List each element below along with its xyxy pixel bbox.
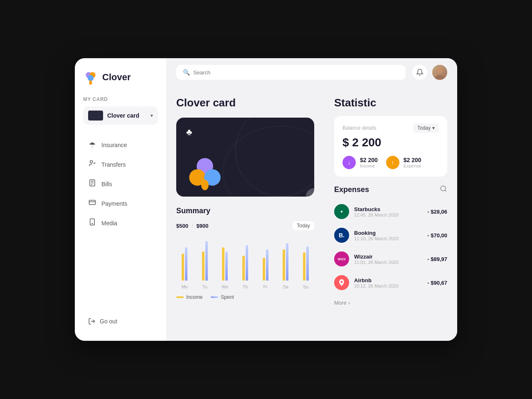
bar-income-we bbox=[222, 247, 224, 281]
svg-point-4 bbox=[90, 160, 93, 163]
wizzair-amount: - $89,97 bbox=[427, 256, 447, 262]
main-content: 🔍 bbox=[166, 58, 457, 341]
bar-spent-su bbox=[306, 246, 309, 281]
amount2: $900 bbox=[197, 223, 209, 229]
legend-spent-label: Spent bbox=[221, 294, 234, 300]
card-flower-decoration bbox=[186, 155, 224, 192]
expense-starbucks[interactable]: ★ Starbucks 12:45, 26 March 2020 - $28,0… bbox=[334, 200, 447, 224]
statistic-title: Statistic bbox=[334, 96, 447, 109]
day-label-mo: Mo bbox=[182, 284, 188, 289]
more-link[interactable]: More › bbox=[334, 300, 447, 306]
sidebar-item-media-label: Media bbox=[101, 220, 117, 227]
starbucks-date: 12:45, 26 March 2020 bbox=[354, 212, 422, 217]
sidebar-item-payments[interactable]: Payments bbox=[83, 195, 158, 212]
chart-legend: Income Spent bbox=[176, 294, 314, 300]
svg-point-12 bbox=[92, 223, 93, 224]
search-box[interactable]: 🔍 bbox=[176, 65, 406, 80]
credit-card: ♣ bbox=[176, 118, 314, 197]
amount1: $500 bbox=[176, 223, 188, 229]
avatar[interactable] bbox=[432, 65, 447, 80]
day-label-fr: Fr bbox=[263, 284, 267, 289]
sidebar-item-media[interactable]: Media bbox=[83, 214, 158, 232]
income-balance-item: ↓ $2 200 Income bbox=[342, 156, 378, 169]
bar-income-sa bbox=[283, 249, 285, 281]
booking-logo: B. bbox=[334, 228, 349, 243]
go-out-icon bbox=[88, 318, 96, 325]
logo-text: Clover bbox=[102, 72, 131, 83]
airbnb-date: 10:12, 26 March 2020 bbox=[354, 283, 422, 288]
payments-icon bbox=[88, 199, 96, 208]
expense-airbnb[interactable]: Airbnb 10:12, 26 March 2020 - $90,67 bbox=[334, 271, 447, 295]
bar-spent-mo bbox=[185, 247, 187, 281]
chart-day-su: Su bbox=[297, 235, 314, 289]
sidebar-item-transfers[interactable]: Transfers bbox=[83, 155, 158, 173]
svg-point-20 bbox=[441, 186, 446, 191]
income-amount: $2 200 bbox=[360, 157, 378, 163]
legend-spent-dot bbox=[211, 296, 218, 298]
my-card-label: My Card bbox=[83, 96, 158, 102]
bar-income-tu bbox=[202, 251, 204, 281]
sidebar-item-transfers-label: Transfers bbox=[101, 161, 126, 168]
booking-info: Booking 11:10, 26 March 2020 bbox=[354, 230, 422, 241]
bar-spent-sa bbox=[286, 243, 288, 281]
income-icon: ↓ bbox=[342, 156, 356, 169]
bar-income-mo bbox=[182, 254, 184, 281]
chart-day-sa: Sa bbox=[277, 235, 294, 289]
sidebar-item-insurance-label: Insurance bbox=[101, 142, 127, 148]
wizzair-logo: WIZZ bbox=[334, 251, 349, 266]
chart-day-fr: Fr bbox=[257, 235, 274, 289]
period-select[interactable]: Today bbox=[293, 221, 314, 230]
balance-label: Balance details bbox=[342, 125, 376, 131]
sidebar-item-insurance[interactable]: ☂ Insurance bbox=[83, 136, 158, 154]
balance-row: ↓ $2 200 Income ↑ $2 200 Expense bbox=[342, 156, 439, 169]
logo-area: Clover bbox=[83, 70, 158, 85]
starbucks-amount: - $28,06 bbox=[427, 209, 447, 215]
expense-booking[interactable]: B. Booking 11:10, 26 March 2020 - $70,00 bbox=[334, 224, 447, 247]
expense-icon: ↑ bbox=[386, 156, 399, 169]
svg-line-21 bbox=[445, 190, 446, 191]
sidebar: Clover My Card Clover card ▾ ☂ Insurance… bbox=[75, 58, 166, 341]
search-icon: 🔍 bbox=[183, 69, 190, 76]
wizzair-name: Wizzair bbox=[354, 254, 422, 260]
today-btn-label: Today bbox=[417, 125, 431, 131]
notifications-button[interactable] bbox=[412, 65, 427, 80]
svg-text:★: ★ bbox=[340, 209, 343, 214]
top-bar: 🔍 bbox=[166, 58, 457, 86]
chart-area: Mo Tu We bbox=[176, 235, 314, 289]
expenses-search-icon[interactable] bbox=[440, 185, 447, 194]
balance-amount: $ 2 200 bbox=[342, 136, 439, 149]
go-out-button[interactable]: Go out bbox=[83, 313, 158, 329]
day-label-sa: Sa bbox=[283, 284, 288, 289]
card-selector[interactable]: Clover card ▾ bbox=[83, 106, 158, 125]
chevron-down-icon: ▾ bbox=[150, 113, 153, 118]
expense-wizzair[interactable]: WIZZ Wizzair 11:01, 26 March 2020 - $89,… bbox=[334, 247, 447, 271]
chart-day-tu: Tu bbox=[197, 235, 214, 289]
starbucks-logo: ★ bbox=[334, 204, 349, 219]
chart-day-we: We bbox=[217, 235, 234, 289]
bar-spent-we bbox=[225, 251, 228, 281]
bar-income-su bbox=[303, 252, 305, 281]
chart-day-mo: Mo bbox=[176, 235, 193, 289]
wizzair-date: 11:01, 26 March 2020 bbox=[354, 260, 422, 265]
balance-header: Balance details Today ▾ bbox=[342, 123, 439, 133]
sidebar-item-bills[interactable]: Bills bbox=[83, 175, 158, 193]
card-clover-symbol: ♣ bbox=[186, 127, 304, 138]
expense-balance-item: ↑ $2 200 Expense bbox=[386, 156, 421, 169]
go-out-label: Go out bbox=[100, 318, 117, 325]
svg-point-14 bbox=[437, 67, 443, 73]
today-button[interactable]: Today ▾ bbox=[413, 123, 439, 133]
expense-label: Expense bbox=[404, 163, 421, 168]
media-icon bbox=[88, 218, 96, 228]
day-label-th: Th bbox=[243, 284, 248, 289]
booking-date: 11:10, 26 March 2020 bbox=[354, 236, 422, 241]
today-chevron-icon: ▾ bbox=[432, 125, 435, 131]
avatar-image bbox=[432, 65, 447, 80]
svg-rect-9 bbox=[89, 200, 96, 205]
wizzair-info: Wizzair 11:01, 26 March 2020 bbox=[354, 254, 422, 265]
search-input[interactable] bbox=[193, 69, 399, 76]
chart-day-th: Th bbox=[237, 235, 254, 289]
transfers-icon bbox=[88, 160, 96, 169]
income-label: Income bbox=[360, 163, 378, 168]
balance-card: Balance details Today ▾ $ 2 200 ↓ $2 200 bbox=[334, 116, 447, 177]
bills-icon bbox=[88, 179, 96, 189]
